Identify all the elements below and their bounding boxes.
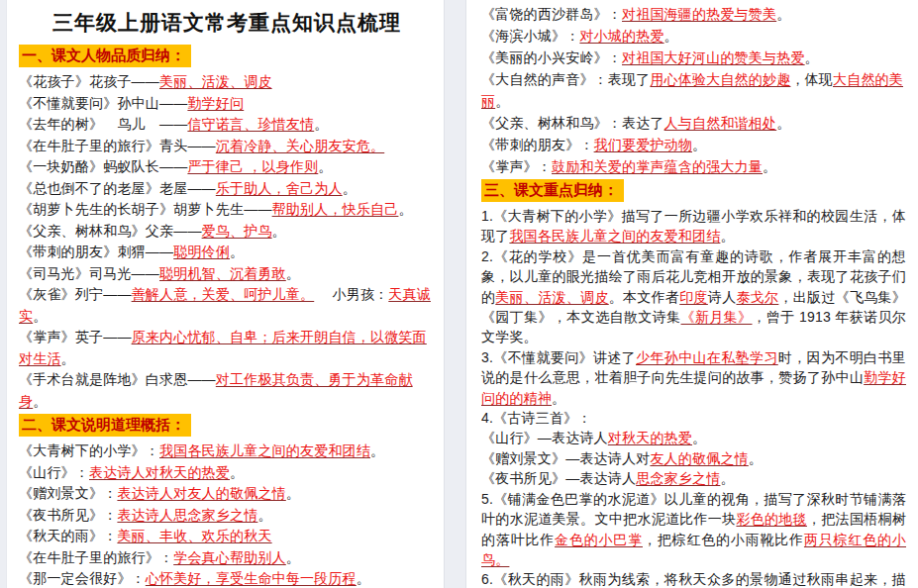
text-run: 。 xyxy=(314,116,328,132)
doc-line: 《大青树下的小学》：我国各民族儿童之间的友爱和团结。 xyxy=(19,441,435,462)
emphasis-text: 爱鸟、护鸟 xyxy=(202,223,272,239)
emphasis-text: 善解人意，关爱、呵护儿童。 xyxy=(132,286,315,302)
doc-line: 《父亲、树林和鸟》：表达了人与自然和谐相处。 xyxy=(481,112,906,134)
text-run: 《一块奶酪》蚂蚁队长—— xyxy=(19,158,187,174)
emphasis-text: 少年孙中山在私塾学习 xyxy=(636,349,778,365)
doc-line: 《总也倒不了的老屋》老屋——乐于助人，舍己为人。 xyxy=(19,178,435,200)
emphasis-text: 彩色的地毯 xyxy=(736,511,807,527)
text-run: 。 xyxy=(763,158,776,174)
text-run: 《在牛肚子里的旅行》青头—— xyxy=(19,138,216,153)
section-heading-row: 一、课文人物品质归纳： xyxy=(19,45,435,67)
text-run: 《父亲、树林和鸟》父亲—— xyxy=(19,223,202,239)
doc-line: 3.《不懂就要问》讲述了少年孙中山在私塾学习时，因为不明白书里说的是什么意思，壮… xyxy=(481,347,906,408)
text-run: 《赠刘景文》—表达诗人对 xyxy=(481,450,650,466)
emphasis-text: 对小城的热爱 xyxy=(579,28,663,44)
doc-line: 《父亲、树林和鸟》父亲——爱鸟、护鸟。 xyxy=(19,221,435,243)
emphasis-text: 对祖国大好河山的赞美与热爱 xyxy=(622,49,805,65)
text-run: 。 xyxy=(664,28,678,44)
doc-line: 《带刺的朋友》：我们要爱护动物。 xyxy=(481,134,906,155)
text-run: 《赠刘景文》： xyxy=(19,485,117,501)
text-run: 。 xyxy=(343,180,357,196)
doc-line: 《赠刘景文》：表达诗人对友人的敬佩之情。 xyxy=(19,483,435,505)
doc-line: 《掌声》：鼓励和关爱的掌声蕴含的强大力量。 xyxy=(481,155,906,177)
emphasis-text: 思念家乡之情 xyxy=(636,470,720,486)
right-column-content: 《富饶的西沙群岛》：对祖国海疆的热爱与赞美。《海滨小城》：对小城的热爱。《美丽的… xyxy=(481,3,906,588)
doc-line: 《那一定会很好》：心怀美好，享受生命中每一段历程。 xyxy=(19,568,435,588)
text-run: 《山行》： xyxy=(19,464,89,480)
doc-line: 1.《大青树下的小学》描写了一所边疆小学欢乐祥和的校园生活，体现了我国各民族儿童… xyxy=(481,206,906,246)
emphasis-text: 金色的小巴掌 xyxy=(555,532,643,547)
emphasis-text: 聪明机智、沉着勇敢 xyxy=(159,265,286,281)
text-run: 。 xyxy=(805,49,819,65)
doc-line: 《花孩子》花孩子——美丽、活泼、调皮 xyxy=(19,71,435,93)
emphasis-text: 对秋天的热爱 xyxy=(608,430,692,445)
doc-line: 《秋天的雨》：美丽、丰收、欢乐的秋天 xyxy=(19,526,435,547)
text-run: 。 xyxy=(776,6,790,22)
text-run: 。 xyxy=(720,470,734,486)
emphasis-text: 人与自然和谐相处 xyxy=(664,115,777,131)
text-run: 《夜书所见》—表达诗人 xyxy=(481,470,636,486)
text-run: 。 xyxy=(61,350,75,366)
text-run: 。 xyxy=(749,450,763,466)
doc-line: 《灰雀》列宁——善解人意，关爱、呵护儿童。 小男孩：天真诚实。 xyxy=(19,284,435,327)
emphasis-text: 《新月集》 xyxy=(681,309,753,325)
doc-line: 《山行》—表达诗人对秋天的热爱。 xyxy=(481,428,906,447)
doc-line: 《司马光》司马光——聪明机智、沉着勇敢。 xyxy=(19,263,435,285)
text-run: 《去年的树》 鸟儿 —— xyxy=(19,116,187,132)
doc-line: 《手术台就是阵地》白求恩——对工作极其负责、勇于为革命献身。 xyxy=(19,369,435,412)
emphasis-text: 学会真心帮助别人 xyxy=(173,549,286,565)
doc-line: 《去年的树》 鸟儿 ——信守诺言、珍惜友情。 xyxy=(19,114,435,136)
text-run: 。 xyxy=(272,223,286,239)
text-run: 《总也倒不了的老屋》老屋—— xyxy=(19,180,216,196)
text-run: 《胡萝卜先生的长胡子》胡萝卜先生—— xyxy=(19,201,272,217)
emphasis-text: 表达诗人对秋天的热爱 xyxy=(89,464,230,480)
emphasis-text: 美丽、活泼、调皮 xyxy=(159,73,272,89)
doc-line: 《美丽的小兴安岭》：对祖国大好河山的赞美与热爱。 xyxy=(481,47,906,68)
emphasis-text: 勤学好问 xyxy=(187,95,244,111)
doc-line: 《夜书所见》—表达诗人思念家乡之情。 xyxy=(481,468,906,488)
doc-line: 2.《花的学校》是一首优美而富有童趣的诗歌，作者展开丰富的想象，以儿童的眼光描绘… xyxy=(481,246,906,347)
text-run: 《带刺的朋友》： xyxy=(481,137,594,152)
text-run: 《美丽的小兴安岭》： xyxy=(481,49,622,65)
doc-line: 《带刺的朋友》刺猬——聪明伶俐。 xyxy=(19,242,435,263)
page-right: 《富饶的西沙群岛》：对祖国海疆的热爱与赞美。《海滨小城》：对小城的热爱。《美丽的… xyxy=(465,0,918,588)
text-run: 。 xyxy=(33,308,47,324)
text-run: 小男孩： xyxy=(314,286,388,302)
section-heading: 一、课文人物品质归纳： xyxy=(19,45,191,67)
text-run: 《夜书所见》： xyxy=(19,507,117,523)
text-run: 4.《古诗三首》： xyxy=(481,410,591,426)
doc-line: 《在牛肚子里的旅行》：学会真心帮助别人。 xyxy=(19,547,435,569)
text-run: 《那一定会很好》： xyxy=(19,570,146,586)
emphasis-text: 帮助别人，快乐自己 xyxy=(272,201,399,217)
text-run: 6.《秋天的雨》秋雨为线索，将秋天众多的景物通过秋雨串起来，描绘出一个 xyxy=(481,571,906,588)
text-run: 《掌声》： xyxy=(481,158,552,174)
emphasis-text: 用心体验大自然的妙趣 xyxy=(650,71,790,87)
emphasis-text: 我国各民族儿童之间的友爱和团结 xyxy=(159,442,370,458)
doc-line: 《赠刘景文》—表达诗人对友人的敬佩之情。 xyxy=(481,448,906,468)
text-run: 《司马光》司马光—— xyxy=(19,265,159,281)
text-run: 《山行》—表达诗人 xyxy=(481,430,608,445)
text-run: 。 xyxy=(692,430,706,445)
text-run: 《大自然的声音》：表现了 xyxy=(481,71,650,87)
section-heading: 二、课文说明道理概括： xyxy=(19,414,191,437)
text-run: ，体现 xyxy=(790,71,833,87)
text-run: 诗人 xyxy=(708,289,737,305)
text-run: 《掌声》英子—— xyxy=(19,329,132,344)
text-run: ，把棕红色的小雨靴比作 xyxy=(643,532,804,547)
doc-line: 《山行》：表达诗人对秋天的热爱。 xyxy=(19,462,435,484)
text-run: 《花孩子》花孩子—— xyxy=(19,73,159,89)
doc-line: 《海滨小城》：对小城的热爱。 xyxy=(481,25,906,47)
doc-line: 《掌声》英子——原来内心忧郁、自卑；后来开朗自信，以微笑面对生活。 xyxy=(19,327,435,369)
emphasis-text: 我们要爱护动物 xyxy=(594,137,692,152)
emphasis-text: 印度 xyxy=(679,289,708,305)
document-viewer: 三年级上册语文常考重点知识点梳理 一、课文人物品质归纳：《花孩子》花孩子——美丽… xyxy=(0,0,918,588)
text-run: 。 xyxy=(495,93,509,109)
emphasis-text: 心怀美好，享受生命中每一段历程 xyxy=(146,570,357,586)
text-run: 。 xyxy=(230,244,244,259)
emphasis-text: 乐于助人，舍己为人 xyxy=(216,180,343,196)
section-heading-row: 三、课文重点归纳： xyxy=(481,179,906,202)
page-gap xyxy=(445,0,465,588)
section-heading: 三、课文重点归纳： xyxy=(481,179,624,202)
emphasis-text: 鼓励和关爱的掌声蕴含的强大力量 xyxy=(552,158,763,174)
doc-line: 《一块奶酪》蚂蚁队长——严于律己 ，以身作则。 xyxy=(19,156,435,178)
